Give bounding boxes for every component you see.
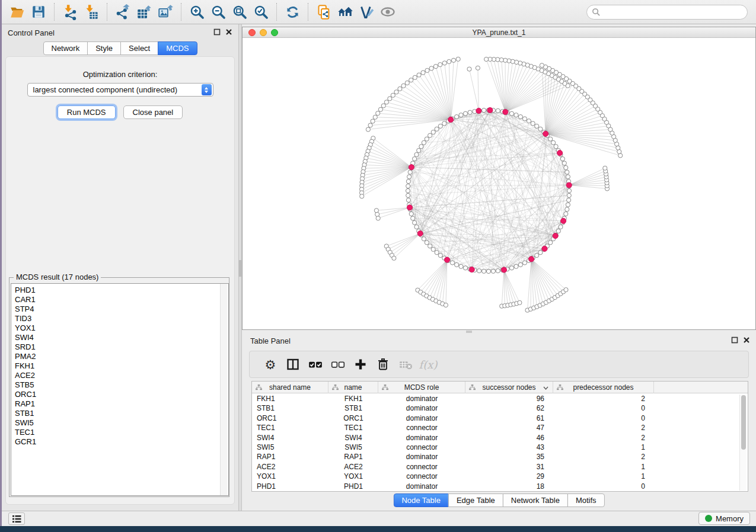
network-node[interactable] [442, 61, 446, 65]
tab-network[interactable]: Network [43, 41, 88, 55]
network-node[interactable] [384, 100, 388, 104]
mcds-result-item[interactable]: TID3 [15, 314, 228, 323]
network-node[interactable] [398, 86, 402, 91]
network-hub-node[interactable] [409, 165, 414, 170]
zoom-selected-button[interactable] [250, 2, 272, 21]
table-row[interactable]: SWI5SWI5connector431 [252, 443, 748, 452]
network-node[interactable] [450, 261, 454, 265]
network-node[interactable] [476, 66, 480, 70]
network-node[interactable] [540, 63, 544, 68]
show-column-panel-button[interactable] [282, 353, 304, 376]
network-node[interactable] [391, 93, 395, 97]
network-node[interactable] [560, 157, 564, 161]
network-node[interactable] [413, 75, 417, 79]
network-node[interactable] [455, 115, 459, 119]
mcds-result-list[interactable]: PHD1CAR1STP4TID3YOX1SWI4SRD1PMA2FKH1ACE2… [11, 283, 229, 496]
tab-style[interactable]: Style [87, 41, 121, 55]
float-panel-icon[interactable] [731, 336, 738, 344]
network-node[interactable] [538, 251, 543, 255]
network-node[interactable] [413, 157, 417, 161]
memory-button[interactable]: Memory [698, 512, 750, 525]
network-node[interactable] [482, 269, 486, 273]
select-all-columns-button[interactable] [304, 353, 327, 376]
network-hub-node[interactable] [417, 231, 423, 236]
network-node[interactable] [405, 81, 409, 85]
network-node[interactable] [451, 58, 455, 62]
network-hub-node[interactable] [542, 246, 547, 251]
network-hub-node[interactable] [561, 218, 566, 223]
network-node[interactable] [406, 193, 410, 197]
network-node[interactable] [413, 220, 417, 225]
network-node[interactable] [373, 115, 377, 119]
tab-select[interactable]: Select [120, 41, 158, 55]
network-node[interactable] [417, 73, 421, 77]
network-node[interactable] [419, 145, 423, 149]
network-hub-node[interactable] [529, 257, 534, 262]
network-hub-node[interactable] [566, 182, 572, 188]
network-node[interactable] [463, 111, 467, 116]
float-panel-icon[interactable] [213, 28, 221, 36]
network-node[interactable] [486, 269, 490, 273]
network-node[interactable] [425, 68, 429, 72]
table-row[interactable]: ACE2ACE2connector311 [252, 462, 748, 472]
network-node[interactable] [566, 175, 570, 179]
network-node[interactable] [429, 66, 433, 70]
deselect-all-columns-button[interactable] [327, 353, 349, 376]
network-node[interactable] [535, 254, 539, 258]
network-node[interactable] [554, 145, 558, 149]
network-node[interactable] [435, 251, 439, 255]
network-node[interactable] [438, 124, 442, 128]
network-node[interactable] [406, 198, 410, 202]
network-node[interactable] [522, 117, 527, 121]
network-canvas[interactable] [243, 38, 755, 329]
table-row[interactable]: TEC1TEC1connector472 [252, 423, 748, 432]
network-hub-node[interactable] [557, 150, 563, 156]
network-node[interactable] [467, 67, 471, 71]
network-node[interactable] [535, 124, 539, 128]
network-node[interactable] [421, 70, 425, 75]
network-node[interactable] [603, 166, 607, 170]
network-node[interactable] [459, 113, 463, 117]
mcds-result-item[interactable]: STB1 [15, 409, 228, 418]
mcds-result-item[interactable]: SRD1 [15, 342, 228, 352]
network-node[interactable] [491, 269, 495, 273]
network-node[interactable] [463, 266, 467, 270]
search-input[interactable] [601, 8, 742, 17]
table-row[interactable]: PHD1PHD1dominator180 [252, 482, 748, 491]
network-node[interactable] [381, 104, 385, 108]
network-node[interactable] [431, 130, 435, 134]
clone-network-button[interactable] [313, 2, 334, 21]
network-hub-node[interactable] [469, 267, 474, 272]
network-node[interactable] [388, 97, 392, 101]
table-row[interactable]: YOX1YOX1connector291 [252, 472, 748, 481]
network-node[interactable] [518, 262, 522, 267]
network-node[interactable] [435, 127, 439, 131]
network-node[interactable] [378, 107, 382, 111]
table-settings-button[interactable]: ⚙ [259, 353, 282, 376]
network-node[interactable] [509, 266, 513, 270]
network-node[interactable] [442, 121, 446, 126]
table-row[interactable]: FKH1FKH1dominator962 [252, 394, 748, 403]
network-node[interactable] [401, 84, 406, 88]
mcds-result-item[interactable]: RAP1 [15, 399, 228, 409]
network-node[interactable] [564, 165, 568, 169]
network-node[interactable] [428, 133, 432, 137]
mcds-result-item[interactable]: SWI5 [15, 418, 228, 428]
network-hub-node[interactable] [503, 109, 508, 114]
zoom-out-button[interactable] [208, 2, 229, 21]
network-hub-node[interactable] [501, 267, 506, 273]
close-panel-icon[interactable] [225, 28, 232, 36]
table-scrollbar[interactable] [739, 395, 747, 491]
network-node[interactable] [425, 137, 429, 141]
network-node[interactable] [518, 115, 522, 119]
mcds-result-item[interactable]: SWI4 [15, 333, 228, 342]
network-node[interactable] [527, 119, 531, 123]
network-node[interactable] [482, 108, 486, 113]
network-node[interactable] [518, 300, 522, 305]
column-header-predecessor-nodes[interactable]: predecessor nodes [553, 382, 654, 393]
import-table-button[interactable] [81, 2, 102, 21]
network-hub-node[interactable] [476, 108, 481, 113]
zoom-fit-button[interactable] [229, 2, 250, 21]
network-node[interactable] [368, 123, 372, 127]
network-node[interactable] [564, 211, 568, 216]
